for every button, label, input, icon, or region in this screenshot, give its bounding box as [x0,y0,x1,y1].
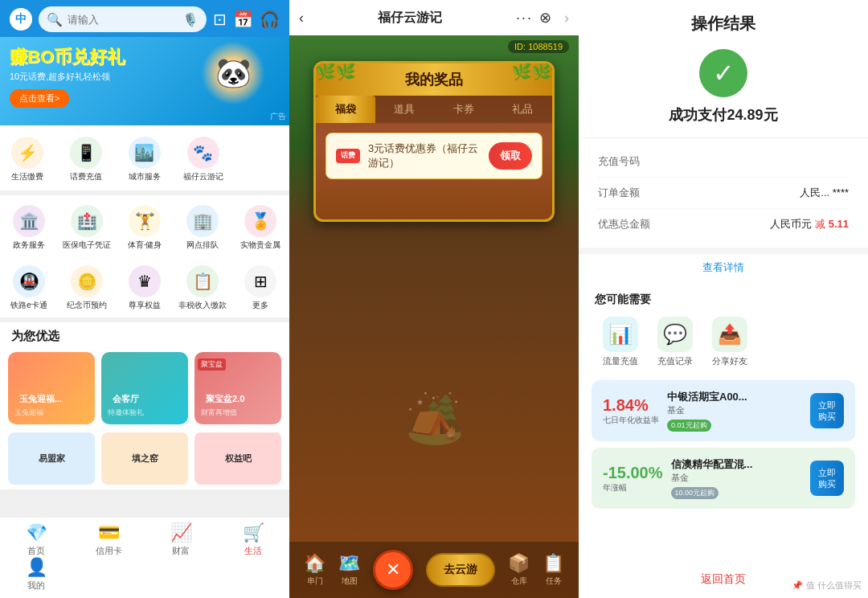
icon-city-service[interactable]: 🏙️ 城市服务 [117,133,173,186]
medical-label: 医保电子凭证 [63,240,111,251]
more-icon: ⊞ [244,265,276,297]
life-pay-icon: ⚡ [11,137,43,169]
queue-icon: 🏢 [186,205,219,237]
icon-privilege[interactable]: ♛ 尊享权益 [116,262,174,314]
search-input[interactable] [68,14,178,26]
prize-tab-card[interactable]: 卡券 [434,96,493,123]
icon-precious-metal[interactable]: 🏅 实物贵金属 [231,202,289,254]
icon-sports[interactable]: 🏋️ 体育·健身 [116,202,174,254]
warehouse-label: 仓库 [511,575,527,587]
promo-card-rabbit-sub: 玉兔迎福 [14,408,67,418]
suggest-recharge-history[interactable]: 💬 充值记录 [657,317,693,367]
share-friend-label: 分享好友 [712,355,747,367]
gov-icon: 🏛️ [13,205,45,237]
promo2-quanyi[interactable]: 权益吧 [194,432,281,485]
game-nav-map[interactable]: 🗺️ 地图 [338,553,360,587]
fund-1-rate: 1.84% [603,396,659,415]
medical-icon: 🏥 [71,205,103,237]
game-id: ID: 1088519 [508,40,569,53]
mine-icon: 👤 [26,557,47,578]
mic-icon[interactable]: 🎙️ [182,12,199,27]
promo-card-lounge[interactable]: 会客厅 特邀体验礼 [101,352,188,424]
quick-icons-row1: ⚡ 生活缴费 📱 话费充值 🏙️ 城市服务 🐾 福仔云游记 [0,125,289,190]
close-button[interactable]: ⊗ [539,9,551,27]
promo2-yimeng-label: 易盟家 [39,453,65,465]
order-amount-value: 人民... **** [800,186,849,200]
prize-tab-gift[interactable]: 礼品 [493,96,553,123]
fund-2-buy-button[interactable]: 立即购买 [810,461,844,497]
voucher-claim-button[interactable]: 领取 [489,142,532,170]
promo2-yimeng[interactable]: 易盟家 [8,432,95,485]
game-go-btn[interactable]: 去云游 [426,553,495,587]
suggest-flow-recharge[interactable]: 📊 流量充值 [603,317,638,367]
prize-tab-props[interactable]: 道具 [375,96,435,123]
fund-2-rate: -15.00% [603,464,663,482]
icon-more[interactable]: ⊞ 更多 [231,262,289,314]
fund-2-rate-block: -15.00% 年涨幅 [603,464,663,494]
icon-queue[interactable]: 🏢 网点排队 [174,202,231,254]
promo-card-rabbit-label: 玉兔迎福... [14,391,67,408]
game-top-bar: ID: 1088519 [289,35,579,58]
prize-header: 我的奖品 [316,63,552,96]
discount-amount: 5.11 [829,218,849,230]
detail-row-order-amount: 订单金额 人民... **** [598,178,849,209]
tax-label: 非税收入缴款 [178,300,227,311]
icon-rail[interactable]: 🚇 铁路e卡通 [0,262,58,314]
suggest-share-friend[interactable]: 📤 分享好友 [712,317,747,367]
fund-2-rate-label: 年涨幅 [603,482,663,494]
promo-card-treasure-label: 聚宝盆2.0 [201,391,249,408]
icon-life-pay[interactable]: ⚡ 生活缴费 [0,133,55,186]
task-icon: 📋 [542,553,564,574]
nav-life[interactable]: 🛒 生活 [217,522,289,557]
icon-fuzai-game[interactable]: 🐾 福仔云游记 [175,133,231,186]
fund-1-name: 中银活期宝A00... [667,390,802,404]
coin-icon: 🪙 [71,265,103,297]
game-nav-warehouse[interactable]: 📦 仓库 [508,553,530,587]
game-close-btn[interactable]: ✕ [373,550,413,590]
game-nav-visit[interactable]: 🏠 串门 [304,553,326,587]
right-title: 操作结果 [595,13,852,35]
task-label: 任务 [546,575,562,587]
promo2-tianzhi[interactable]: 填之窑 [101,432,188,485]
flow-recharge-label: 流量充值 [603,355,638,367]
icon-coin[interactable]: 🪙 纪念币预约 [58,262,116,314]
coin-label: 纪念币预约 [67,300,107,311]
fund-2-name: 信澳精华配置混... [671,457,803,472]
forward-button[interactable]: › [564,10,569,27]
search-bar[interactable]: 🔍 🎙️ [39,6,207,32]
scan-icon[interactable]: ⊡ [213,10,227,29]
middle-header: ‹ 福仔云游记 ··· ⊗ › [289,0,579,35]
order-amount-label: 订单金额 [598,186,640,200]
city-label: 城市服务 [129,171,161,182]
nav-wealth[interactable]: 📈 财富 [145,522,217,557]
suggest-section: 您可能需要 📊 流量充值 💬 充值记录 📤 分享好友 [579,281,868,374]
nav-credit-card[interactable]: 💳 信用卡 [72,522,145,557]
more-options-button[interactable]: ··· [516,10,533,27]
phone-label: 话费充值 [70,171,102,182]
rail-label: 铁路e卡通 [10,300,47,311]
promo-card-treasure[interactable]: 聚宝盆 聚宝盆2.0 财富再增值 [194,352,281,424]
queue-label: 网点排队 [186,240,219,251]
icon-medical[interactable]: 🏥 医保电子凭证 [58,202,116,254]
icon-gov[interactable]: 🏛️ 政务服务 [0,202,58,254]
nav-home[interactable]: 💎 首页 [0,522,72,557]
credit-card-label: 信用卡 [96,545,122,557]
detail-link[interactable]: 查看详情 [579,254,868,281]
suggest-title: 您可能需要 [595,293,852,307]
back-button[interactable]: ‹ [299,10,304,27]
fund-1-buy-button[interactable]: 立即购买 [810,393,844,429]
suggest-items: 📊 流量充值 💬 充值记录 📤 分享好友 [595,317,852,367]
promo-card-lounge-label: 会客厅 [108,391,144,408]
icon-tax[interactable]: 📋 非税收入缴款 [174,262,231,314]
banner-cta-button[interactable]: 点击查看> [10,89,69,108]
icon-phone-recharge[interactable]: 📱 话费充值 [59,133,114,186]
prize-box: 我的奖品 福袋 道具 卡券 礼品 话费 3元话费优惠券（福仔云游记） 领取 [313,61,555,222]
promo-card-rabbit[interactable]: 玉兔迎福... 玉兔迎福 [8,352,95,424]
prize-tab-bag[interactable]: 福袋 [316,96,375,123]
voucher-badge: 话费 [336,149,360,163]
game-nav-task[interactable]: 📋 任务 [542,553,564,587]
calendar-icon[interactable]: 📅 [233,10,253,29]
headset-icon[interactable]: 🎧 [260,10,280,29]
voucher-info: 3元话费优惠券（福仔云游记） [368,141,481,170]
nav-mine[interactable]: 👤 我的 [0,557,72,592]
